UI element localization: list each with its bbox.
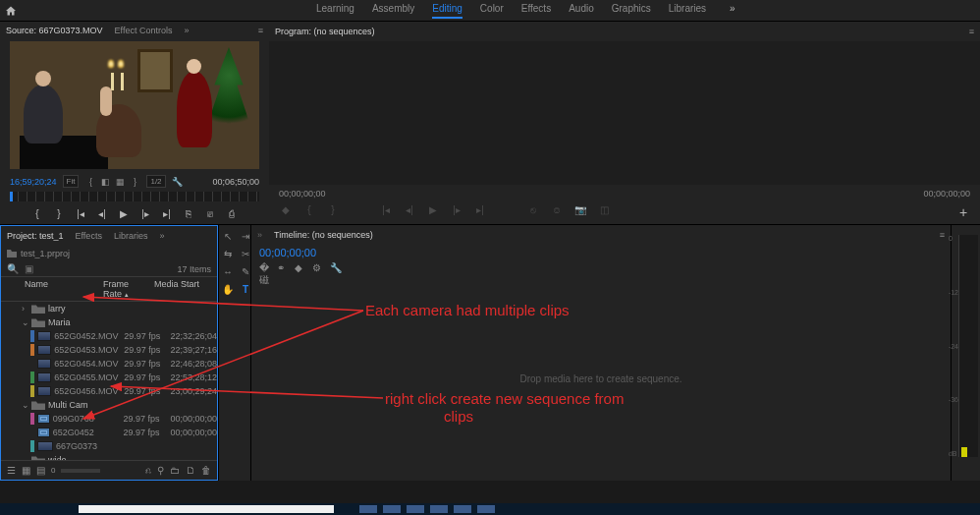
snap-icon[interactable]: �磁 [259, 262, 271, 274]
step-back-icon[interactable]: ◂| [95, 208, 109, 219]
go-to-out-icon[interactable]: ▸| [160, 208, 174, 219]
source-monitor-viewport[interactable] [10, 41, 259, 169]
play-icon[interactable]: ▶ [426, 204, 440, 220]
selection-tool-icon[interactable]: ↖ [221, 229, 235, 243]
source-in-timecode[interactable]: 16;59;20;24 [10, 177, 57, 187]
step-forward-icon[interactable]: |▸ [450, 204, 463, 220]
bin-row[interactable]: ⌄wide [1, 453, 217, 460]
col-name[interactable]: Name [7, 279, 103, 299]
workspace-editing[interactable]: Editing [432, 3, 463, 19]
clip-row[interactable]: 652G0456.MOV29.97 fps23;00;29;24 [1, 384, 217, 398]
marker-in-icon[interactable]: { [84, 176, 96, 188]
clip-row[interactable]: 652G0454.MOV29.97 fps22;46;28;08 [1, 357, 217, 371]
disclosure-icon[interactable]: › [22, 304, 31, 314]
grid-icon[interactable]: ▦ [114, 176, 126, 188]
clip-row[interactable]: 652G0453.MOV29.97 fps22;39;27;16 [1, 343, 217, 357]
hand-tool-icon[interactable]: ✋ [221, 282, 235, 296]
search-icon[interactable]: 🔍 [7, 263, 19, 274]
timeline-playhead-timecode[interactable]: 00;00;00;00 [251, 245, 951, 260]
tab-effect-controls[interactable]: Effect Controls [115, 26, 173, 35]
workspace-graphics[interactable]: Graphics [612, 3, 651, 19]
type-tool-icon[interactable]: T [239, 282, 252, 296]
col-mediastart[interactable]: Media Start [154, 279, 211, 299]
export-frame-icon[interactable]: ⎙ [225, 208, 239, 219]
freeform-view-icon[interactable]: ▤ [36, 465, 45, 476]
bin-row[interactable]: ⌄Maria [1, 315, 217, 329]
go-to-out-icon[interactable]: ▸| [473, 204, 487, 220]
source-scrubber[interactable] [10, 192, 259, 201]
trash-icon[interactable]: 🗑 [201, 465, 211, 476]
marker-icon[interactable]: ◆ [295, 262, 306, 274]
chevron-right-icon[interactable]: » [184, 26, 189, 35]
insert-icon[interactable]: ⎘ [182, 208, 195, 219]
filter-bin-icon[interactable]: ▣ [25, 263, 33, 274]
workspace-assembly[interactable]: Assembly [372, 3, 414, 19]
wrench-icon[interactable]: 🔧 [330, 262, 342, 274]
workspace-color[interactable]: Color [480, 3, 504, 19]
clip-row[interactable]: 652G0452.MOV29.97 fps22;32;26;04 [1, 329, 217, 343]
razor-tool-icon[interactable]: ✂ [239, 247, 252, 260]
source-resolution-select[interactable]: 1/2 [146, 175, 165, 188]
home-icon[interactable] [0, 0, 22, 22]
wrench-icon[interactable]: 🔧 [172, 176, 184, 188]
bin-row[interactable]: ›larry [1, 302, 217, 315]
workspace-overflow-icon[interactable]: » [730, 3, 735, 19]
new-item-icon[interactable]: 🗋 [186, 465, 195, 476]
col-framerate[interactable]: Frame Rate▴ [103, 279, 154, 299]
clip-row[interactable]: 099G076829.97 fps00;00;00;00 [1, 412, 217, 426]
panel-menu-icon[interactable]: ≡ [940, 230, 945, 240]
list-view-icon[interactable]: ☰ [7, 465, 16, 476]
new-bin-icon[interactable]: 🗀 [170, 465, 180, 476]
add-marker-icon[interactable]: ◆ [279, 204, 293, 220]
lift-icon[interactable]: ⎋ [526, 204, 540, 220]
button-editor-plus-icon[interactable]: + [956, 204, 970, 220]
mark-in-icon[interactable]: { [30, 208, 44, 219]
marker-out-icon[interactable]: } [129, 176, 140, 188]
pen-tool-icon[interactable]: ✎ [239, 264, 252, 278]
comparison-icon[interactable]: ◫ [597, 204, 611, 220]
tab-source[interactable]: Source: 667G0373.MOV [6, 26, 103, 35]
zoom-slider[interactable] [61, 469, 100, 473]
step-forward-icon[interactable]: |▸ [138, 208, 152, 219]
source-zoom-select[interactable]: Fit [63, 175, 80, 188]
clip-row[interactable]: 652G045229.97 fps00;00;00;00 [1, 426, 217, 439]
panel-menu-icon[interactable]: ≡ [969, 27, 974, 36]
overwrite-icon[interactable]: ⎚ [203, 208, 217, 219]
icon-view-icon[interactable]: ▦ [22, 465, 30, 476]
bin-row[interactable]: ⌄Multi Cam [1, 398, 217, 412]
find-icon[interactable]: ⚲ [157, 465, 164, 476]
go-to-in-icon[interactable]: |◂ [74, 208, 87, 219]
slip-tool-icon[interactable]: ↔ [221, 264, 235, 278]
timeline-drop-zone[interactable]: Drop media here to create sequence. [251, 276, 951, 481]
ripple-tool-icon[interactable]: ⇆ [221, 247, 235, 260]
mark-in-icon[interactable]: { [302, 204, 316, 220]
chevron-right-icon[interactable]: » [257, 230, 262, 240]
disclosure-icon[interactable]: ⌄ [22, 400, 31, 410]
tilde-icon[interactable]: ◧ [99, 176, 111, 188]
clip-row[interactable]: 652G0455.MOV29.97 fps22;53;28;12 [1, 371, 217, 384]
step-back-icon[interactable]: ◂| [403, 204, 416, 220]
export-frame-icon[interactable]: 📷 [573, 204, 587, 220]
tab-effects[interactable]: Effects [76, 231, 102, 241]
tab-program[interactable]: Program: (no sequences) [275, 27, 375, 36]
extract-icon[interactable]: ⎊ [550, 204, 564, 220]
go-to-in-icon[interactable]: |◂ [379, 204, 393, 220]
project-bin-list[interactable]: ›larry⌄Maria652G0452.MOV29.97 fps22;32;2… [1, 302, 217, 460]
track-select-tool-icon[interactable]: ⇥ [239, 229, 252, 243]
panel-menu-icon[interactable]: ≡ [258, 26, 263, 35]
workspace-libraries[interactable]: Libraries [669, 3, 706, 19]
mark-out-icon[interactable]: } [52, 208, 66, 219]
chevron-right-icon[interactable]: » [159, 231, 164, 241]
automate-icon[interactable]: ⎌ [145, 465, 151, 476]
disclosure-icon[interactable]: ⌄ [22, 317, 31, 327]
program-monitor-viewport[interactable] [269, 41, 980, 185]
tab-project[interactable]: Project: test_1 [7, 231, 64, 241]
workspace-effects[interactable]: Effects [521, 3, 551, 19]
tab-timeline[interactable]: Timeline: (no sequences) [274, 230, 373, 240]
project-column-header[interactable]: Name Frame Rate▴ Media Start [1, 276, 217, 302]
program-in-timecode[interactable]: 00;00;00;00 [279, 189, 326, 199]
workspace-audio[interactable]: Audio [569, 3, 594, 19]
settings-icon[interactable]: ⚙ [312, 262, 324, 274]
workspace-learning[interactable]: Learning [316, 3, 354, 19]
mark-out-icon[interactable]: } [326, 204, 340, 220]
